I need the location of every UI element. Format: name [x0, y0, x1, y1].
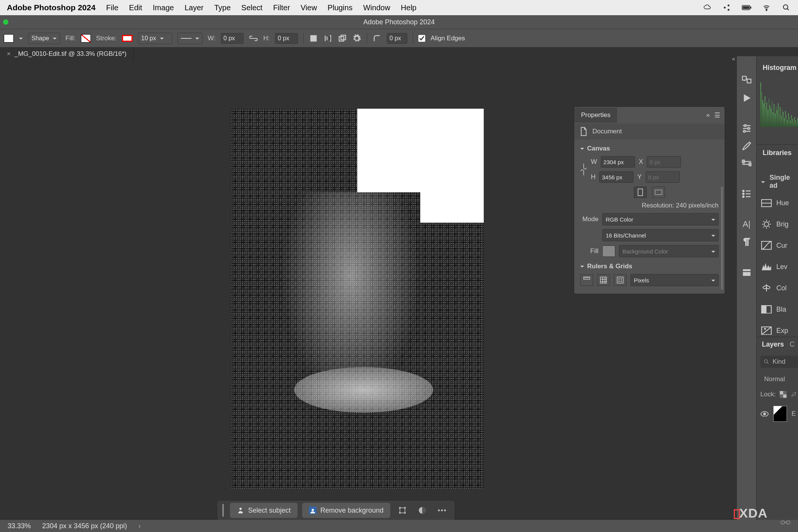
tool-preset-menu[interactable]	[19, 35, 23, 42]
orientation-portrait-button[interactable]	[634, 187, 647, 198]
panel-menu-icon[interactable]: ☰	[714, 111, 720, 119]
menu-filter[interactable]: Filter	[273, 3, 290, 12]
remove-background-button[interactable]: Remove background	[302, 503, 390, 518]
histogram-label[interactable]: Histogram	[763, 64, 796, 72]
collapse-panels-icon[interactable]: «	[732, 55, 735, 62]
properties-tab[interactable]: Properties	[574, 108, 617, 123]
menu-view[interactable]: View	[301, 3, 317, 12]
single-adjustment-header[interactable]: Single ad	[761, 171, 798, 192]
share-icon[interactable]	[722, 4, 732, 11]
document-canvas[interactable]	[231, 109, 484, 489]
fill-color-swatch[interactable]	[602, 245, 615, 257]
corner-radius-input[interactable]	[387, 33, 407, 44]
menu-file[interactable]: File	[106, 3, 118, 12]
select-subject-button[interactable]: Select subject	[230, 503, 298, 518]
path-align-icon[interactable]	[323, 34, 332, 43]
traffic-light-green[interactable]	[3, 19, 8, 25]
layer-row[interactable]: E	[760, 406, 798, 422]
type-icon[interactable]: A|	[741, 219, 752, 230]
panel-collapse-icon[interactable]: »	[706, 111, 710, 119]
ruler-button[interactable]	[580, 274, 593, 286]
svg-rect-32	[747, 79, 751, 83]
more-icon[interactable]	[434, 503, 450, 518]
svg-point-15	[399, 507, 401, 508]
document-label: Document	[592, 128, 622, 135]
path-arrange-icon[interactable]	[338, 34, 347, 43]
fill-swatch[interactable]	[81, 34, 91, 43]
play-icon[interactable]	[741, 93, 752, 103]
panel-scrollbar[interactable]	[721, 187, 723, 290]
orientation-landscape-button[interactable]	[652, 187, 665, 198]
canvas-height-input[interactable]	[599, 171, 633, 183]
height-input[interactable]	[275, 33, 298, 44]
search-icon[interactable]	[781, 4, 791, 11]
adj-curves[interactable]: Cur	[761, 235, 798, 256]
fill-type-select[interactable]: Background Color	[619, 245, 719, 257]
menu-edit[interactable]: Edit	[129, 3, 142, 12]
bit-depth-select[interactable]: 16 Bits/Channel	[602, 229, 719, 241]
link-dimensions-icon[interactable]	[580, 163, 587, 176]
stroke-swatch[interactable]	[122, 35, 133, 42]
link-wh-icon[interactable]	[249, 34, 258, 43]
adj-color-balance[interactable]: Col	[761, 277, 798, 299]
adjust-icon[interactable]	[415, 503, 430, 518]
menu-layer[interactable]: Layer	[185, 3, 204, 12]
layers-label[interactable]: Layers C	[762, 340, 795, 348]
stroke-style-select[interactable]	[177, 33, 203, 44]
width-input[interactable]	[221, 33, 244, 44]
canvas-section-toggle[interactable]: Canvas	[580, 145, 719, 152]
libraries-label[interactable]: Libraries	[763, 149, 792, 157]
menu-window[interactable]: Window	[363, 3, 390, 12]
adjustments-list: Single ad Hue Brig Cur Lev Col Bla Exp	[761, 171, 798, 341]
menu-type[interactable]: Type	[214, 3, 231, 12]
lock-paint-icon[interactable]	[790, 391, 797, 398]
watermark: XDA	[734, 506, 768, 521]
canvas-width-input[interactable]	[601, 156, 635, 168]
tool-preset-swatch[interactable]	[4, 34, 14, 43]
libraries-dock-icon[interactable]	[741, 267, 752, 277]
color-mode-select[interactable]: RGB Color	[602, 213, 719, 225]
adj-brightness[interactable]: Brig	[761, 214, 798, 235]
document-tab[interactable]: × _MG_0010-Edit.tif @ 33.3% (RGB/16*)	[0, 47, 134, 61]
adjustments-icon[interactable]	[741, 123, 752, 134]
rulers-section-toggle[interactable]: Rulers & Grids	[580, 263, 719, 270]
wifi-icon[interactable]	[762, 4, 771, 11]
svg-point-20	[438, 510, 440, 511]
menu-image[interactable]: Image	[153, 3, 174, 12]
menu-select[interactable]: Select	[241, 3, 263, 12]
transform-icon[interactable]	[395, 503, 410, 518]
svg-point-13	[312, 509, 314, 511]
adj-hue[interactable]: Hue	[761, 192, 798, 214]
zoom-level[interactable]: 33.33%	[8, 522, 31, 530]
adj-bw[interactable]: Bla	[761, 299, 798, 320]
menu-help[interactable]: Help	[401, 3, 416, 12]
list-icon[interactable]	[741, 188, 752, 199]
stroke-width-input[interactable]: 10 px	[138, 33, 172, 44]
brush-icon[interactable]	[741, 141, 752, 151]
align-edges-checkbox[interactable]	[418, 35, 425, 42]
paragraph-icon[interactable]	[741, 236, 752, 247]
taskbar-drag-handle[interactable]	[222, 504, 224, 517]
shape-mode-select[interactable]: Shape	[28, 33, 60, 44]
blend-mode-select[interactable]: Normal	[760, 373, 798, 385]
layer-name[interactable]: E	[792, 410, 796, 418]
menu-plugins[interactable]: Plugins	[328, 3, 353, 12]
panel-icon-1[interactable]	[741, 75, 752, 86]
close-tab-icon[interactable]: ×	[7, 50, 11, 58]
visibility-icon[interactable]	[760, 411, 769, 417]
path-operations-icon[interactable]	[309, 34, 318, 43]
adj-levels[interactable]: Lev	[761, 256, 798, 277]
svg-rect-25	[600, 277, 606, 283]
styles-icon[interactable]	[741, 158, 752, 169]
layer-thumbnail[interactable]	[773, 406, 787, 422]
gear-icon[interactable]	[352, 34, 361, 43]
adj-exposure[interactable]: Exp	[761, 320, 798, 341]
grid-button[interactable]	[597, 274, 610, 286]
status-menu-icon[interactable]: ›	[138, 522, 141, 530]
layer-filter-input[interactable]: Kind	[760, 356, 798, 368]
svg-point-22	[444, 510, 446, 511]
lock-transparency-icon[interactable]	[780, 391, 787, 398]
cc-sync-icon[interactable]	[702, 4, 712, 11]
guides-button[interactable]	[614, 274, 627, 286]
ruler-units-select[interactable]: Pixels	[630, 274, 719, 286]
